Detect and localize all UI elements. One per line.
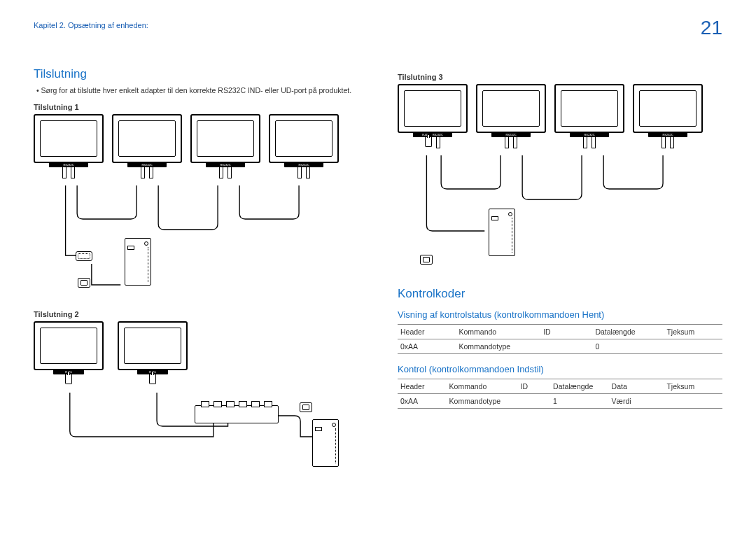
network-switch-icon xyxy=(195,405,279,423)
lan-connector-icon xyxy=(420,255,433,265)
heading-hent: Visning af kontrolstatus (kontrolkommand… xyxy=(398,309,722,320)
pc-icon xyxy=(312,419,339,467)
table-hent: Header Kommando ID Datalængde Tjeksum 0x… xyxy=(398,324,722,354)
pc-icon xyxy=(489,209,515,256)
pc-icon xyxy=(125,238,151,286)
monitor-icon xyxy=(554,84,624,133)
monitor-icon xyxy=(34,321,104,370)
table-indstil: Header Kommando ID Datalængde Data Tjeks… xyxy=(398,379,722,409)
diagram-tilslutning-2: RJ45 RJ45 xyxy=(34,321,358,484)
monitor-icon xyxy=(476,84,546,133)
monitor-icon xyxy=(190,114,260,163)
heading-tilslutning-3: Tilslutning 3 xyxy=(398,73,722,81)
heading-tilslutning-2: Tilslutning 2 xyxy=(34,310,358,318)
monitor-icon xyxy=(112,114,182,163)
monitor-icon xyxy=(118,321,188,370)
monitor-icon xyxy=(398,84,468,133)
monitor-icon xyxy=(34,114,104,163)
monitor-icon xyxy=(269,114,339,163)
note-text: Sørg for at tilslutte hver enkelt adapte… xyxy=(34,85,358,96)
lan-connector-icon xyxy=(300,402,312,412)
page-number: 21 xyxy=(701,17,722,39)
heading-tilslutning-1: Tilslutning 1 xyxy=(34,103,358,111)
monitor-icon xyxy=(633,84,703,133)
diagram-tilslutning-1: RS232C RS232C RS232C RS232C xyxy=(34,114,358,297)
misc-connector-icon xyxy=(78,278,90,288)
diagram-tilslutning-3: RJ45 RS232C RS232C RS232C RS232C xyxy=(398,84,722,274)
vga-connector-icon xyxy=(76,251,92,261)
heading-indstil: Kontrol (kontrolkommandoen Indstil) xyxy=(398,364,722,374)
chapter-label: Kapitel 2. Opsætning af enheden: xyxy=(34,17,148,29)
heading-tilslutning: Tilslutning xyxy=(34,67,358,81)
heading-kontrolkoder: Kontrolkoder xyxy=(398,287,722,301)
